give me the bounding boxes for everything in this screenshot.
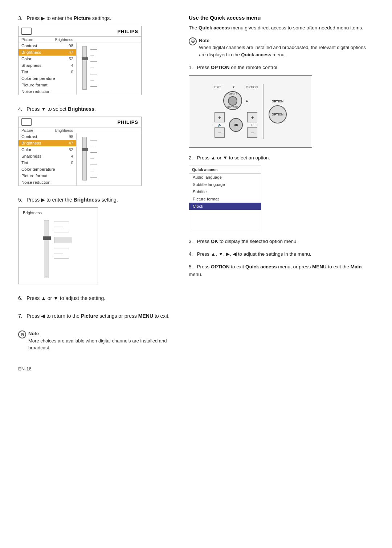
menu-circle-btn[interactable]: MENU BROWSE	[223, 91, 242, 110]
step-3-text: 3. Press ▶ to enter the Picture settings…	[18, 15, 174, 22]
right-step-2: 2. Press ▲ or ▼ to select an option. Qui…	[189, 154, 370, 232]
menu2-item-sharpness: Sharpness4	[19, 153, 76, 159]
bar-tick-short	[90, 158, 94, 159]
bar-tick	[90, 177, 97, 178]
browse-label: BROWSE	[227, 106, 238, 109]
menu1-left: Contrast98 Brightness47 Color52 Sharpnes…	[19, 42, 77, 95]
menu2-item-picture-format: Picture format	[19, 172, 76, 179]
vol-plus-btn[interactable]: +	[215, 112, 225, 122]
qa-audio-language: Audio language	[189, 174, 261, 181]
philips-logo-2: PHILIPS	[117, 119, 138, 125]
right-step-3: 3. Press OK to display the selected opti…	[189, 238, 370, 245]
menu2-item-brightness: Brightness47	[19, 140, 76, 146]
bar-tick-short	[90, 80, 94, 81]
qa-empty-2	[189, 217, 261, 224]
option-btn[interactable]: OPTION	[269, 105, 287, 123]
menu1-item-noise-reduction: Noise reduction	[19, 88, 76, 95]
brightness-slider-track	[44, 220, 49, 278]
right-step-4: 4. Press ▲, ▼, ▶, ◀ to adjust the settin…	[189, 251, 370, 258]
step-5: 5. Press ▶ to enter the Brightness setti…	[18, 196, 174, 284]
menu-screenshot-2: PHILIPS Picture Brightness Contrast98 Br…	[18, 117, 142, 186]
vol-minus-btn[interactable]: −	[215, 127, 225, 138]
qa-picture-format: Picture format	[189, 195, 261, 203]
vol-icon: 🔈	[218, 123, 222, 127]
note-box-left: ⊖ Note More choices are available when d…	[18, 330, 174, 352]
quick-access-menu: Quick access Audio language Subtitle lan…	[189, 166, 261, 232]
brightness-bar-2	[82, 137, 87, 180]
menu1-right	[77, 42, 141, 95]
note-left-content: More choices are available when digital …	[28, 338, 167, 351]
menu1-item-brightness: Brightness47	[19, 49, 76, 56]
bar-tick	[90, 86, 97, 87]
note-text-left: Note More choices are available when dig…	[28, 330, 174, 352]
brightness-slider-thumb	[43, 236, 51, 240]
menu2-col1: Picture	[21, 128, 33, 133]
bar-tick	[90, 74, 97, 74]
bar-handle-1	[82, 57, 88, 60]
menu2-item-color: Color52	[19, 146, 76, 153]
b-line-short	[54, 253, 63, 253]
qa-empty-3	[189, 224, 261, 232]
menu2-item-contrast: Contrast98	[19, 133, 76, 140]
option-label-top: ▼	[232, 85, 235, 89]
bar-handle-2	[82, 148, 88, 151]
exit-label: EXIT	[214, 85, 221, 89]
right-step-5: 5. Press OPTION to exit Quick access men…	[189, 263, 370, 279]
qa-clock: Clock	[189, 203, 261, 210]
remote-divider	[263, 84, 264, 139]
menu-screenshot-1: PHILIPS Picture Brightness Contrast98 Br…	[18, 26, 142, 95]
qa-subtitle: Subtitle	[189, 188, 261, 195]
right-step-1-text: 1. Press OPTION on the remote control.	[189, 64, 370, 72]
step-3: 3. Press ▶ to enter the Picture settings…	[18, 15, 174, 95]
menu2-left: Contrast98 Brightness47 Color52 Sharpnes…	[19, 133, 77, 186]
menu1-item-picture-format: Picture format	[19, 82, 76, 88]
right-step-1: 1. Press OPTION on the remote control. E…	[189, 64, 370, 148]
b-line	[54, 232, 69, 232]
bar-tick-short	[90, 55, 94, 56]
menu2-col2: Brightness	[55, 128, 73, 133]
note-text-right: Note When digital channels are installed…	[199, 37, 370, 58]
right-intro-text: The Quick access menu gives direct acces…	[189, 24, 370, 32]
qa-header: Quick access	[189, 166, 261, 174]
step-5-text: 5. Press ▶ to enter the Brightness setti…	[18, 196, 174, 204]
bar-tick	[90, 165, 97, 165]
up-arrow-indicator: ▲	[245, 98, 249, 103]
bar-tick-short	[90, 68, 94, 68]
right-step-4-text: 4. Press ▲, ▼, ▶, ◀ to adjust the settin…	[189, 251, 370, 258]
bar-tick	[90, 152, 97, 153]
ok-btn[interactable]: OK	[229, 118, 243, 132]
right-step-2-text: 2. Press ▲ or ▼ to select an option.	[189, 154, 370, 162]
menu1-item-color-temp: Color temperature	[19, 75, 76, 82]
right-step-5-text: 5. Press OPTION to exit Quick access men…	[189, 263, 370, 279]
step-4-text: 4. Press ▼ to select Brightness.	[18, 105, 174, 113]
right-intro: The Quick access menu gives direct acces…	[189, 24, 370, 32]
option-text-label: OPTION	[246, 85, 258, 89]
qa-empty-1	[189, 210, 261, 217]
b-line	[54, 248, 69, 248]
menu1-col2: Brightness	[55, 37, 73, 42]
bar-tick-short	[90, 146, 94, 146]
bar-tick-short	[90, 171, 94, 171]
note-section-left: ⊖ Note More choices are available when d…	[18, 330, 174, 352]
tv-icon	[21, 28, 32, 35]
bar-ticks-1	[90, 46, 97, 90]
menu2-item-color-temp: Color temperature	[19, 166, 76, 172]
menu2-right	[77, 133, 141, 186]
menu1-item-tint: Tint0	[19, 69, 76, 75]
philips-logo-1: PHILIPS	[117, 29, 138, 34]
bar-ticks-2	[90, 137, 97, 180]
note-box-right: ⊖ Note When digital channels are install…	[189, 37, 370, 58]
menu1-col1: Picture	[21, 37, 33, 42]
step-6-text: 6. Press ▲ or ▼ to adjust the setting.	[18, 295, 174, 302]
menu1-item-color: Color52	[19, 56, 76, 62]
step-7-text: 7. Press ◀ to return to the Picture sett…	[18, 312, 174, 320]
brightness-lines	[54, 222, 72, 280]
menu2-item-noise-reduction: Noise reduction	[19, 179, 76, 186]
ch-minus-btn[interactable]: −	[247, 127, 257, 138]
brightness-title: Brightness	[23, 211, 93, 215]
b-line	[54, 258, 69, 259]
b-line-short	[54, 227, 63, 227]
menu-inner-btn[interactable]	[228, 96, 237, 106]
ch-plus-btn[interactable]: +	[247, 112, 257, 122]
page-number: EN-16	[18, 366, 174, 372]
